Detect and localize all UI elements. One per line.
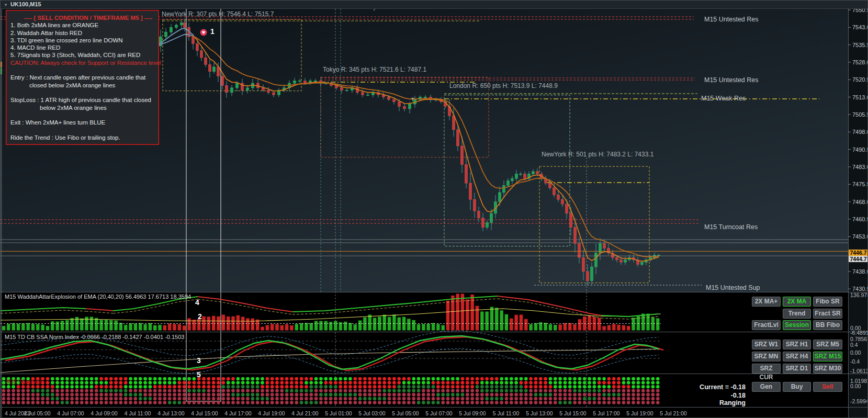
status-current-value: Current = -0.18 [641,383,746,391]
rule-number-annotation: 3 [197,356,201,365]
tdi-indicator-header: M15 TD CB SSA Norm Index -0.0666 -0.2188… [5,334,184,340]
chart-symbol-label: UK100,M15 [10,1,41,7]
sr-level-label: M15 Turncoat Res [704,223,758,231]
sell-condition-line: 3. TDI green line crossed zero line DOWN [10,37,154,44]
button-srz-mn[interactable]: SRZ MN [752,352,781,361]
time-axis-label: 4 Jul 19:00 [255,410,288,416]
button-fractlvl[interactable]: FractLvl [752,320,781,330]
waddah-indicator-header: M15 WaddahAttarExplosion of EMA (20,40,2… [5,293,191,300]
rule-number-annotation: 2 [198,312,202,321]
button-srz-h1[interactable]: SRZ H1 [783,340,811,349]
time-axis-label: 4 Jul 13:00 [154,410,188,416]
sell-condition-line: 2. Waddah Attar histo RED [10,29,154,37]
sell-signal-marker [200,29,207,36]
button-srz-d1[interactable]: SRZ D1 [783,364,811,374]
price-tick-label: 7520.5 [852,76,868,83]
button-fibo-sr[interactable]: Fibo SR [813,297,842,307]
button-srz-m5[interactable]: SRZ M5 [813,340,842,349]
time-axis-label: 5 Jul 11:00 [489,410,523,416]
time-axis-label: 4 Jul 09:00 [87,410,121,416]
time-axis-label: 5 Jul 05:00 [389,410,422,416]
button-gen[interactable]: Gen [752,382,781,392]
time-axis-label: 4 Jul 07:00 [54,410,87,416]
price-tick-label: 7505.5 [852,111,868,118]
button-fract-sr[interactable]: Fract SR [813,309,842,319]
button-bb-fibo[interactable]: BB Fibo [813,320,842,330]
indicator-axis-value: 0.00 [850,349,861,356]
ask-price-tag: 7446.7 [849,250,868,256]
time-axis-label: 5 Jul 01:00 [322,410,355,416]
price-tick-label: 7483.0 [852,164,868,170]
button-srz-w1[interactable]: SRZ W1 [752,340,781,349]
sell-condition-line [10,89,154,96]
price-tick-label: 7460.5 [852,216,868,222]
session-stats-label: Tokyo R: 345 pts H: 7521.6 L: 7487.1 [323,66,426,73]
button-2x-ma[interactable]: 2X MA [783,297,811,307]
button-trend[interactable]: Trend [783,309,811,319]
price-tick-label: 7430.5 [852,286,868,292]
indicator-axis-value: 0.00 [850,383,861,389]
t-marker-label: T [411,97,414,102]
chart-title-bar[interactable]: ▼UK100,M15 [1,1,868,9]
sell-condition-line: Entry : Next candle open after previous … [10,74,154,81]
time-axis-label: 4 Jul 05:00 [20,410,54,416]
price-tick-label: 7438.0 [852,268,868,275]
time-axis-label: 4 Jul 11:00 [121,410,154,416]
price-tick-label: 7498.0 [852,129,868,135]
sell-condition-line: CAUTION: Always check for Support or Res… [10,59,154,66]
bid-price-tag: 7444.7 [849,256,868,262]
sell-condition-line: below 2xMA orange lines [10,104,154,111]
button-sell[interactable]: Sell [813,382,842,392]
collapse-arrow-icon[interactable]: ▼ [4,3,8,7]
sell-condition-title: ---- [ SELL CONDITION / TIMEFRAME M5 ] -… [24,14,154,21]
session-stats-label: NewYork R: 501 pts H: 7483.2 L: 7433.1 [542,151,653,158]
price-tick-label: 7453.0 [852,233,868,240]
button-buy[interactable]: Buy [783,382,811,392]
sell-condition-line: StopLoss : 1 ATR high of previous candle… [10,96,154,104]
session-stats-label: London R: 650 pts H: 7513.9 L: 7448.9 [449,82,558,89]
time-axis-label: 5 Jul 15:00 [556,410,590,416]
sr-level-label: M15 Weak Res [701,95,746,102]
sell-condition-line [10,111,154,119]
time-axis-label: 5 Jul 09:00 [456,410,489,416]
sell-condition-line: Exit : When 2xMA+ lines turn BLUE [10,119,154,126]
rule-number-annotation: 1 [210,27,215,36]
time-axis-label: 5 Jul 21:00 [657,410,690,416]
price-tick-label: 7475.5 [852,181,868,187]
time-axis-label: 5 Jul 13:00 [523,410,556,416]
indicator-axis-value: -6.4891 [850,330,868,336]
indicator-axis-value: 0.4 [850,342,858,348]
time-axis-label: 4 Jul 21:00 [288,410,322,416]
button-srz-m30[interactable]: SRZ M30 [813,364,842,374]
price-tick-label: 7543.0 [852,24,868,30]
sell-condition-line [10,66,154,74]
sr-level-label: M15 Untested Res [704,76,759,84]
sell-condition-line: closed below 2xMA orange lines [10,82,154,89]
sell-condition-line [10,126,154,133]
button-srz-cur[interactable]: SRZ CUR [752,364,781,374]
sell-condition-panel: ---- [ SELL CONDITION / TIMEFRAME M5 ] -… [6,10,159,145]
indicator-axis-value: -2.59946 [850,398,868,404]
button-srz-m15[interactable]: SRZ M15 [813,352,842,361]
sr-level-label: M15 Untested Sup [706,284,760,291]
rule-number-annotation: 5 [197,370,201,379]
price-tick-label: 7513.0 [852,94,868,100]
button-2x-ma-[interactable]: 2X MA+ [752,297,781,307]
time-axis-label: 5 Jul 03:00 [355,410,389,416]
time-axis-label: 5 Jul 17:00 [590,410,623,416]
price-tick-label: 7468.0 [852,199,868,205]
indicator-axis-value: 136.9784 [850,292,868,298]
sell-condition-line: 1. Both 2xMA lines are ORANGE [10,21,154,29]
time-axis-label: 4 Jul 17:00 [221,410,255,416]
button-srz-h4[interactable]: SRZ H4 [783,352,811,361]
indicator-axis-value: -1.0613 [850,368,868,374]
mt4-chart-window: ▼UK100,M15 Wednesday ---- [ SELL CONDITI… [0,0,868,418]
time-axis-label: 5 Jul 19:00 [623,410,657,416]
session-stats-label: NewYork R: 307 pts H: 7546.4 L: 7515.7 [162,10,274,18]
status-ranging-label: Ranging [641,399,746,406]
rule-number-annotation: 4 [195,298,199,307]
sell-condition-line: 5. 7Signals top 3 (Stoch, Waddah, CCI) a… [10,51,154,59]
sr-level-label: M15 Untested Res [704,16,759,23]
signals-indicator-header: M15 7Signals [6,378,42,385]
button-session[interactable]: Session [783,320,811,330]
